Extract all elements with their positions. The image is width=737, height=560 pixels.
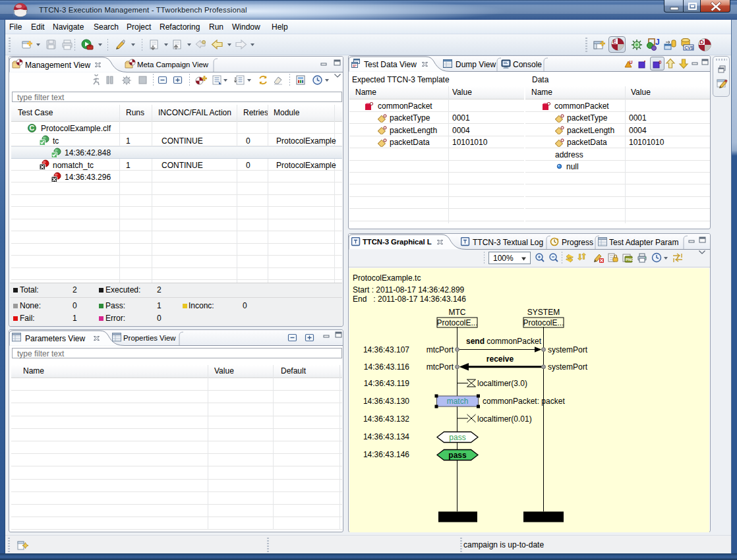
svg-text:match: match xyxy=(447,397,469,406)
svg-text:pass: pass xyxy=(448,451,467,460)
svg-text:pass: pass xyxy=(449,433,465,442)
svg-text:14:36:43.146: 14:36:43.146 xyxy=(363,450,409,459)
svg-text:14:36:43.130: 14:36:43.130 xyxy=(363,397,409,406)
svg-text:14:36:43.119: 14:36:43.119 xyxy=(364,379,410,388)
svg-text:systemPort: systemPort xyxy=(548,345,588,354)
svg-text:J: J xyxy=(655,38,660,47)
svg-text:ProtocolE...: ProtocolE... xyxy=(523,318,564,327)
svg-text:E: E xyxy=(612,38,616,45)
svg-text:receive: receive xyxy=(486,354,514,364)
svg-text:mtcPort: mtcPort xyxy=(427,345,454,354)
svg-text:systemPort: systemPort xyxy=(548,362,588,372)
svg-text:14:36:43.107: 14:36:43.107 xyxy=(363,345,409,354)
svg-text:D: D xyxy=(699,39,704,45)
svg-text:14:36:43.132: 14:36:43.132 xyxy=(363,414,409,424)
svg-text:U: U xyxy=(630,60,633,65)
svg-text:CVS: CVS xyxy=(685,45,694,50)
svg-text:14:36:43.134: 14:36:43.134 xyxy=(363,432,409,441)
svg-text:send commonPacket: send commonPacket xyxy=(466,337,542,346)
svg-text:C: C xyxy=(30,124,35,132)
svg-text:mtcPort: mtcPort xyxy=(427,362,454,372)
svg-text:localtimer(3.0): localtimer(3.0) xyxy=(477,379,527,388)
svg-text:0: 0 xyxy=(659,60,662,65)
svg-text:14:36:43.116: 14:36:43.116 xyxy=(364,362,410,372)
svg-text:ProtocolE...: ProtocolE... xyxy=(436,318,477,327)
svg-text:localtimer(0.01): localtimer(0.01) xyxy=(477,414,532,424)
svg-text:SYSTEM: SYSTEM xyxy=(527,308,560,317)
svg-text:PNG: PNG xyxy=(626,258,633,262)
svg-text:commonPacket: packet: commonPacket: packet xyxy=(483,397,565,406)
svg-text:MTC: MTC xyxy=(449,308,466,317)
